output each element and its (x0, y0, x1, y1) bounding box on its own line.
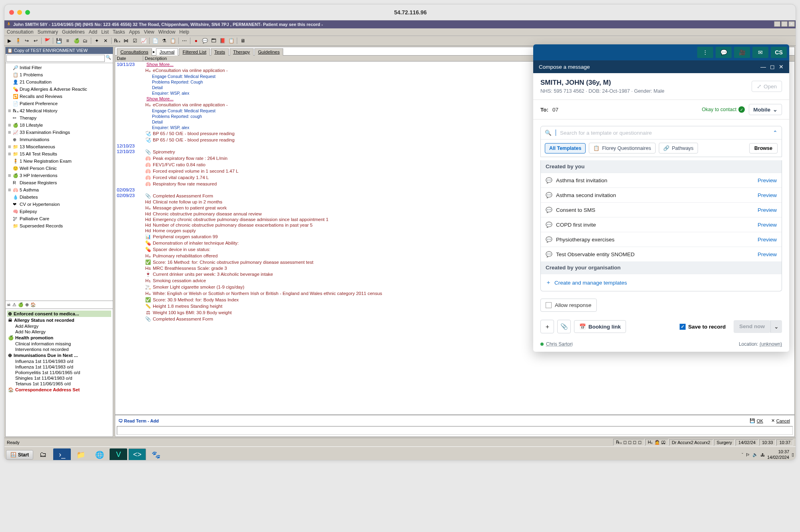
top-video-icon[interactable]: 🎥 (734, 47, 750, 58)
menu-view[interactable]: View (144, 29, 154, 35)
tb-list[interactable]: ≡ (64, 37, 72, 45)
tray-net-icon[interactable]: 🖧 (760, 452, 765, 457)
mac-close[interactable] (9, 10, 14, 15)
tab-guidelines[interactable]: Guidelines (254, 48, 283, 56)
template-item[interactable]: 💬Asthma first invitationPreview (541, 173, 782, 187)
search-icon[interactable]: 🔍 (105, 55, 112, 62)
tb-del[interactable]: ✕ (102, 37, 110, 45)
imm-row-3[interactable]: Poliomyelitis 1st 11/06/1965 o/d (7, 370, 111, 375)
tree-item[interactable]: 🔎Initial Filter (6, 64, 112, 71)
preview-link[interactable]: Preview (758, 222, 777, 228)
preview-link[interactable]: Preview (758, 251, 777, 257)
tb-win[interactable]: 🗔 (210, 37, 218, 45)
task-explorer[interactable]: 🗂 (34, 448, 52, 461)
tree-item[interactable]: 💊Drug Allergies & Adverse Reactic (6, 86, 112, 93)
tb-star[interactable]: ✦ (93, 37, 101, 45)
tree-item[interactable]: RDisease Registers (6, 179, 112, 186)
tb-screen[interactable]: 🖥 (239, 37, 247, 45)
tb-doc[interactable]: 📄 (151, 37, 159, 45)
add-button[interactable]: ＋ (540, 320, 554, 333)
tab-journal[interactable]: Journal (156, 48, 178, 56)
tab-tests[interactable]: Tests (211, 48, 229, 56)
cancel-button[interactable]: ✕ Cancel (768, 417, 793, 424)
template-search[interactable] (560, 130, 769, 136)
tb-save[interactable]: 💾 (55, 37, 63, 45)
tb-chat[interactable]: 💬 (201, 37, 209, 45)
tb-next[interactable]: ▶ (5, 37, 13, 45)
contact-method-dd[interactable]: Mobile ⌄ (749, 104, 782, 115)
open-button[interactable]: ⤢ Open (752, 81, 782, 92)
tab-florey[interactable]: 📋 Florey Questionnaires (589, 143, 655, 153)
allow-checkbox[interactable] (546, 302, 552, 308)
tree-item[interactable]: 🧍1 New Registration Exam (6, 157, 112, 165)
tree-item[interactable]: ⊕Immunisations (6, 136, 112, 143)
tree-item[interactable]: ⊞🍏18 Lifestyle (6, 122, 112, 129)
tree-item[interactable]: 🧠Epilepsy (6, 208, 112, 215)
compose-min[interactable]: — (760, 64, 766, 70)
menu-window[interactable]: Window (158, 29, 176, 35)
tree-item[interactable]: ⊞📁15 All Test Results (6, 150, 112, 157)
task-powershell[interactable]: ›_ (53, 448, 71, 461)
show-more[interactable]: Show More... (145, 96, 174, 101)
tb-apple[interactable]: 🍏 (72, 37, 80, 45)
tree-item[interactable]: 🙂Well Person Clinic (6, 165, 112, 172)
top-chat-icon[interactable]: 💬 (716, 47, 732, 58)
tab-filtered[interactable]: Filtered List (179, 48, 210, 56)
ok-button[interactable]: 💾 OK (747, 417, 766, 424)
tab-therapy[interactable]: Therapy (230, 48, 254, 56)
show-more[interactable]: Show More... (145, 62, 174, 67)
filter-plus-icon[interactable]: ⊕ (25, 302, 29, 307)
tab-pathways[interactable]: 🔗 Pathways (659, 143, 698, 153)
tb-clip[interactable]: 📋 (227, 37, 235, 45)
win-min[interactable]: _ (774, 21, 780, 27)
tree-item[interactable]: 📋1 Problems (6, 71, 112, 78)
task-chrome[interactable]: 🌐 (91, 448, 108, 461)
tb-dots[interactable]: ⋯ (180, 37, 188, 45)
filter-skull-icon[interactable]: ☠ (7, 302, 11, 307)
template-item[interactable]: 💬Physiotherapy exercisesPreview (541, 232, 782, 247)
template-item[interactable]: 💬COPD first invitePreview (541, 217, 782, 232)
tray-showdesk[interactable]: ▯ (792, 452, 794, 457)
add-allergy[interactable]: Add Allergy (7, 323, 111, 329)
tree-item[interactable]: 👤21 Consultation (6, 78, 112, 86)
manage-templates[interactable]: ＋ Create and manage templates (541, 274, 782, 291)
send-dropdown[interactable]: ⌄ (770, 320, 782, 333)
tree-item[interactable]: 🕊Palliative Care (6, 215, 112, 222)
browse-button[interactable]: Browse (749, 143, 778, 153)
save-record-toggle[interactable]: ✓ Save to record (680, 324, 726, 330)
send-now-button[interactable]: Send now (734, 320, 770, 333)
imm-row-4[interactable]: Shingles 1st 11/04/1983 o/d (7, 375, 111, 381)
mac-max[interactable] (25, 10, 30, 15)
imm-row-2[interactable]: Influenza 1st 11/04/1983 o/d (7, 364, 111, 370)
tb-flask[interactable]: ⚗ (160, 37, 168, 45)
template-item[interactable]: 💬Test Observable entity SNOMEDPreview (541, 247, 782, 261)
menu-apps[interactable]: Apps (129, 29, 140, 35)
signer[interactable]: Chris Sartori (540, 341, 573, 347)
tb-link[interactable]: ⋈ (122, 37, 130, 45)
tb-out[interactable]: ↩ (32, 37, 40, 45)
interventions-not-rec[interactable]: Interventions not recorded (7, 347, 111, 352)
tree-item[interactable]: ❤CV or Hypertension (6, 201, 112, 208)
menu-list[interactable]: List (101, 29, 109, 35)
tree-item[interactable]: ⊞📈33 Examination Findings (6, 129, 112, 136)
tree-item[interactable]: ⊞🍏3 HP Interventions (6, 172, 112, 179)
allow-response-toggle[interactable]: Allow response (540, 299, 597, 312)
template-item[interactable]: 💬Consent to SMSPreview (541, 202, 782, 217)
tab-all-templates[interactable]: All Templates (545, 143, 586, 153)
task-misc[interactable]: 🐾 (147, 448, 165, 461)
tray-sound-icon[interactable]: 🔈 (752, 452, 758, 457)
top-menu-icon[interactable]: ⋮ (697, 47, 713, 58)
task-code[interactable]: <> (128, 448, 146, 461)
tb-card[interactable]: 🗂 (81, 37, 89, 45)
tb-graph[interactable]: 📈 (140, 37, 148, 45)
tray-flag-icon[interactable]: 🏳 (746, 452, 750, 457)
tree-item[interactable]: 💧Diabetes (6, 193, 112, 201)
tb-task[interactable]: ☑ (131, 37, 139, 45)
location-link[interactable]: (unknown) (760, 341, 782, 347)
win-close[interactable]: ✕ (788, 21, 795, 27)
clinical-info-missing[interactable]: Clinical information missing (7, 341, 111, 347)
tree-item[interactable]: ⊞🫁5 Asthma (6, 186, 112, 193)
booking-button[interactable]: 📅 Booking link (574, 320, 626, 333)
filter-home-icon[interactable]: 🏠 (30, 302, 36, 307)
preview-link[interactable]: Preview (758, 237, 777, 243)
